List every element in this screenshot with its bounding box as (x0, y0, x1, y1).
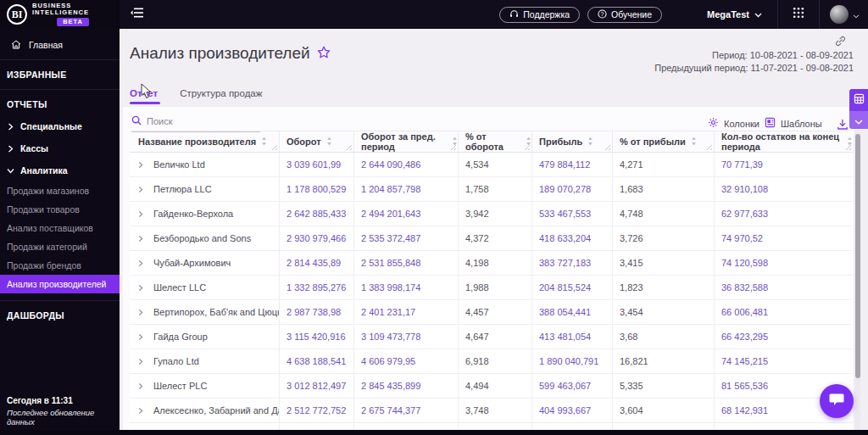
tab-sales-structure[interactable]: Структура продаж (180, 88, 262, 104)
column-header[interactable]: % от прибыли (613, 131, 715, 152)
vertical-scrollbar[interactable] (855, 132, 860, 430)
prev-turnover-cell[interactable]: 3 109 473,778 (354, 325, 459, 349)
sort-icon[interactable] (691, 137, 697, 148)
support-button[interactable]: Поддержка (499, 7, 580, 23)
prev-turnover-cell[interactable]: 2 535 372,487 (354, 226, 459, 250)
column-header[interactable]: Название производителя (130, 131, 280, 152)
expand-row-icon[interactable] (138, 210, 143, 218)
table-row[interactable]: Гупало Ltd 4 638 188,541 4 606 979,95 6,… (130, 349, 853, 374)
stock-cell[interactable]: 74 120,598 (715, 251, 853, 275)
turnover-cell[interactable]: 2 814 435,89 (280, 251, 354, 275)
profit-cell[interactable]: 1 890 040,791 (532, 349, 613, 373)
stock-cell[interactable]: 66 006,481 (715, 300, 853, 324)
sidebar-item[interactable]: Анализ поставщиков (0, 219, 120, 237)
column-header[interactable]: Кол-во остатков на конец периода (715, 131, 853, 152)
workspace-switcher[interactable]: MegaTest (670, 9, 777, 20)
prev-turnover-cell[interactable]: 2 531 855,848 (354, 251, 459, 275)
sidebar-item[interactable]: Продажи брендов (0, 256, 120, 275)
table-row[interactable]: Безбородько and Sons 2 930 979,466 2 535… (130, 226, 853, 251)
column-header[interactable]: Прибыль (532, 131, 613, 152)
expand-row-icon[interactable] (138, 333, 143, 341)
table-row[interactable]: Алексеєнко, Забарний and Дараган 2 512 7… (130, 399, 853, 423)
stock-cell[interactable]: 74 970,52 (715, 226, 853, 250)
profit-cell[interactable]: 189 070,278 (532, 177, 613, 201)
expand-row-icon[interactable] (138, 186, 143, 193)
sidebar-tree-group[interactable]: Специальные (0, 115, 120, 137)
expand-row-icon[interactable] (138, 382, 143, 390)
expand-row-icon[interactable] (138, 161, 143, 169)
sidebar-section-reports[interactable]: ОТЧЕТЫ (0, 93, 120, 115)
turnover-cell[interactable]: 2 512 772,752 (280, 399, 354, 422)
table-row[interactable]: Чубай-Архимович 2 814 435,89 2 531 855,8… (130, 251, 853, 276)
sidebar-tree-group[interactable]: Кассы (0, 137, 120, 159)
collapse-sidebar-button[interactable] (129, 6, 146, 23)
column-header[interactable]: % от оборота (459, 131, 532, 152)
tab-report[interactable]: Отчет (130, 88, 158, 104)
sidebar-section-favorites[interactable]: ИЗБРАННЫЕ (0, 64, 120, 86)
expand-row-icon[interactable] (138, 309, 143, 316)
prev-turnover-cell[interactable]: 1 383 998,174 (354, 276, 459, 299)
sidebar-item[interactable]: Продажи товаров (0, 200, 120, 219)
flyout-collapse-button[interactable] (849, 111, 868, 129)
sort-icon[interactable] (587, 137, 593, 148)
profit-cell[interactable]: 599 463,067 (532, 374, 613, 398)
table-row[interactable]: Петлюра LLC 1 178 800,529 1 204 857,798 … (130, 177, 853, 202)
sidebar-item[interactable]: Продажи магазинов (0, 181, 120, 200)
sort-icon[interactable] (261, 137, 267, 148)
sort-icon[interactable] (847, 137, 853, 148)
sidebar-tree-group[interactable]: Аналитика (0, 159, 120, 181)
prev-turnover-cell[interactable]: 2 494 201,643 (354, 202, 459, 226)
turnover-cell[interactable]: 3 115 420,916 (280, 325, 354, 349)
stock-cell[interactable]: 74 145,215 (715, 349, 853, 373)
turnover-cell[interactable]: 3 012 812,497 (280, 374, 354, 398)
table-row[interactable]: Гайда Group 3 115 420,916 3 109 473,778 … (130, 325, 853, 349)
table-row[interactable]: Вертипорох, Баб'як and Цюцюра 2 987 738,… (130, 300, 853, 325)
scrollbar-thumb[interactable] (855, 134, 860, 378)
user-menu[interactable] (820, 5, 868, 24)
chat-button[interactable] (820, 384, 854, 418)
profit-cell[interactable]: 388 054,441 (532, 300, 613, 324)
templates-button[interactable]: Шаблоны (765, 117, 822, 130)
stock-cell[interactable]: 70 771,39 (715, 153, 853, 176)
stock-cell[interactable]: 62 977,633 (715, 202, 853, 226)
stock-cell[interactable]: 36 832,588 (715, 276, 853, 299)
column-header[interactable]: Оборот за пред. период (354, 131, 459, 152)
sidebar-section-dashboards[interactable]: ДАШБОРДЫ (0, 304, 120, 326)
avatar[interactable] (830, 5, 849, 24)
table-row[interactable]: Гайденко-Верхола 2 642 885,433 2 494 201… (130, 202, 853, 226)
pivot-panel-button[interactable] (849, 89, 868, 111)
columns-button[interactable]: Колонки (708, 117, 760, 130)
expand-row-icon[interactable] (138, 259, 143, 267)
expand-row-icon[interactable] (138, 407, 143, 415)
stock-cell[interactable]: 66 423,295 (715, 325, 853, 349)
expand-row-icon[interactable] (138, 235, 143, 243)
sidebar-item[interactable]: Анализ производителей (0, 275, 120, 293)
training-button[interactable]: ? Обучение (587, 7, 662, 23)
sort-icon[interactable] (326, 137, 332, 148)
expand-row-icon[interactable] (138, 284, 143, 292)
favorite-star-icon[interactable] (317, 44, 331, 63)
profit-cell[interactable]: 413 481,054 (532, 325, 613, 349)
turnover-cell[interactable]: 4 638 188,541 (280, 349, 354, 373)
sort-icon[interactable] (452, 137, 458, 148)
table-row[interactable]: Шелест PLC 3 012 812,497 2 845 435,899 4… (130, 374, 853, 399)
profit-cell[interactable]: 418 633,204 (532, 226, 613, 250)
prev-turnover-cell[interactable]: 2 401 231,17 (354, 300, 459, 324)
expand-row-icon[interactable] (138, 358, 143, 365)
profit-cell[interactable]: 533 467,553 (532, 202, 613, 226)
stock-cell[interactable]: 32 910,108 (715, 177, 853, 201)
sidebar-item-home[interactable]: Главная (0, 34, 120, 56)
search-input[interactable] (147, 116, 253, 126)
turnover-cell[interactable]: 2 642 885,433 (280, 202, 354, 226)
sort-icon[interactable] (526, 137, 531, 148)
turnover-cell[interactable]: 3 039 601,99 (280, 153, 354, 176)
profit-cell[interactable]: 383 727,183 (532, 251, 613, 275)
turnover-cell[interactable]: 2 930 979,466 (280, 226, 354, 250)
turnover-cell[interactable]: 1 178 800,529 (280, 177, 354, 201)
app-logo[interactable]: BI BUSINESS INTELLIGENCE BETA (0, 0, 120, 29)
prev-turnover-cell[interactable]: 2 845 435,899 (354, 374, 459, 398)
profit-cell[interactable]: 479 884,112 (532, 153, 613, 176)
turnover-cell[interactable]: 1 332 895,276 (280, 276, 354, 299)
prev-turnover-cell[interactable]: 2 644 090,486 (354, 153, 459, 176)
profit-cell[interactable]: 404 993,667 (532, 399, 613, 422)
